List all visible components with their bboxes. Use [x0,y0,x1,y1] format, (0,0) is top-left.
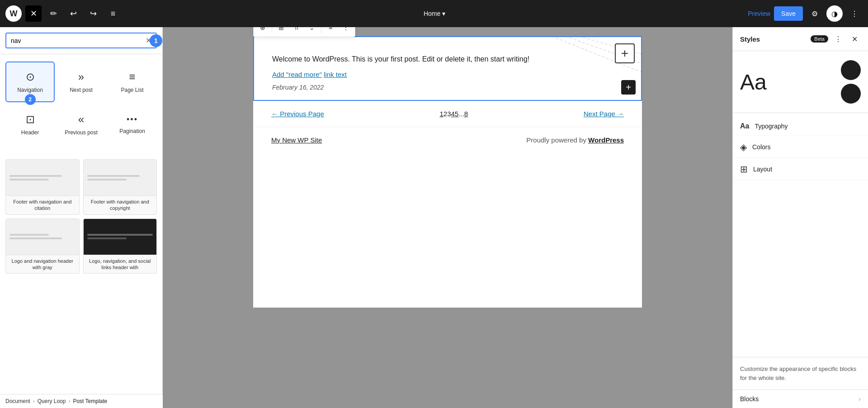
colors-option[interactable]: ◈ Colors [733,136,868,158]
page-num-5[interactable]: 5 [455,110,458,118]
canvas-scroll[interactable]: ⊕ ⊞ ⠿ ⌄ ≡ ⋮ [163,27,732,408]
badge-2: 2 [25,94,36,105]
style-text-aa: Aa [740,70,767,95]
beta-badge: Beta [811,35,828,43]
post-content: Welcome to WordPress. This is your first… [253,36,642,101]
typography-label: Typography [755,123,861,130]
post-read-more: Add "read more" link text [272,71,623,78]
page-num-3[interactable]: 3 [447,110,451,118]
typography-icon: Aa [740,122,749,130]
pattern-label-2: Footer with navigation and copyright [84,196,157,214]
layout-label: Layout [753,166,861,173]
pattern-label-3: Logo and navigation header with gray [6,255,79,274]
pattern-logo-nav-gray[interactable]: Logo and navigation header with gray [5,218,80,274]
pagination-label: Pagination [119,128,145,134]
powered-text: Proudly powered by WordPress [526,136,624,144]
pattern-preview-2 [84,160,157,196]
edit-button[interactable]: ✏ [45,5,61,22]
next-post-label: Next post [70,87,93,93]
more-options-button[interactable]: ⋮ [846,5,863,22]
right-panel-close-button[interactable]: ✕ [848,33,861,45]
layout-option[interactable]: ⊞ Layout [733,158,868,180]
block-item-header[interactable]: ⊡ Header [5,104,55,145]
block-item-previous-post[interactable]: « Previous post [57,104,106,145]
site-link[interactable]: My New WP Site [271,136,322,144]
pagination-bar: ← Previous Page 12345...8 Next Page → [253,101,642,127]
preview-button[interactable]: Preview [748,10,770,17]
search-wrapper: ✕ 1 [5,33,157,48]
block-toolbar: ⊕ ⊞ ⠿ ⌄ ≡ ⋮ [253,27,355,37]
link-text[interactable]: link text [324,71,347,78]
right-panel-header: Styles Beta ⋮ ✕ [733,27,868,51]
previous-post-icon: « [78,113,84,126]
pattern-grid: Footer with navigation and citation Foot… [5,156,157,277]
styles-title: Styles [740,35,807,43]
style-description: Customize the appearance of specific blo… [733,357,868,389]
typography-option[interactable]: Aa Typography [733,117,868,136]
style-circle-1 [841,60,861,80]
block-item-next-post[interactable]: » Next post [57,62,106,102]
page-num-4[interactable]: 4 [451,110,455,118]
pattern-footer-nav-citation[interactable]: Footer with navigation and citation [5,159,80,215]
settings-button[interactable]: ⚙ [807,5,823,22]
menu-button[interactable]: ≡ [105,5,121,22]
next-post-icon: » [78,71,84,83]
breadcrumb-sep-1: › [33,398,35,404]
pattern-preview-3 [6,219,79,255]
home-label: Home [424,10,440,17]
pagination-icon: ••• [127,115,138,124]
toolbar-more-btn[interactable]: ⋮ [339,27,353,35]
right-panel: Styles Beta ⋮ ✕ Aa Aa Typography ◈ Color… [732,27,868,408]
toolbar-link-btn[interactable]: ⊕ [255,27,270,35]
toolbar-divider-1 [272,27,272,33]
previous-page-button[interactable]: ← Previous Page [271,110,324,118]
toolbar-align-btn[interactable]: ≡ [323,27,338,35]
page-num-8[interactable]: 8 [464,110,468,118]
left-panel: ✕ 1 ⊙ Navigation 2 » Next post ≡ Page Li… [0,27,163,408]
block-grid: ⊙ Navigation 2 » Next post ≡ Page List ⊡… [0,54,162,152]
top-bar: W ✕ ✏ ↩ ↪ ≡ Home ▾ Preview Save ⚙ ◑ ⋮ [0,0,868,27]
home-button[interactable]: Home ▾ [424,10,445,17]
pattern-footer-nav-copyright[interactable]: Footer with navigation and copyright [83,159,157,215]
wordpress-link[interactable]: WordPress [588,136,624,144]
breadcrumb-document[interactable]: Document [5,398,30,404]
topbar-right: Preview Save ⚙ ◑ ⋮ [748,5,863,22]
page-num-2[interactable]: 2 [443,110,447,118]
next-page-button[interactable]: Next Page → [584,110,624,118]
breadcrumb-post-template[interactable]: Post Template [73,398,107,404]
block-item-page-list[interactable]: ≡ Page List [108,62,157,102]
theme-toggle-button[interactable]: ◑ [826,5,843,22]
right-panel-more-button[interactable]: ⋮ [832,33,844,45]
canvas-frame: ⊕ ⊞ ⠿ ⌄ ≡ ⋮ [253,36,642,308]
pattern-label-4: Logo, navigation, and social links heade… [84,255,157,274]
page-list-label: Page List [121,87,143,93]
undo-button[interactable]: ↩ [65,5,81,22]
search-input[interactable] [11,37,143,44]
add-block-bottom-button[interactable]: + [621,80,636,95]
breadcrumb-query-loop[interactable]: Query Loop [38,398,66,404]
breadcrumb: Document › Query Loop › Post Template [0,394,163,408]
redo-button[interactable]: ↪ [85,5,101,22]
style-circle-2 [841,84,861,104]
toolbar-collapse-btn[interactable]: ⌄ [305,27,319,35]
block-item-pagination[interactable]: ••• Pagination [108,104,157,145]
canvas-area: ⊕ ⊞ ⠿ ⌄ ≡ ⋮ [163,27,732,408]
save-button[interactable]: Save [774,6,803,21]
canvas-footer: My New WP Site Proudly powered by WordPr… [253,127,642,153]
toolbar-layout-btn[interactable]: ⊞ [274,27,288,35]
toolbar-drag-btn[interactable]: ⠿ [289,27,304,35]
pattern-logo-nav-social[interactable]: Logo, navigation, and social links heade… [83,218,157,274]
wp-logo[interactable]: W [5,5,22,22]
search-bar: ✕ 1 [0,27,162,54]
close-button[interactable]: ✕ [25,5,42,22]
style-options: Aa Typography ◈ Colors ⊞ Layout [733,113,868,357]
style-preview: Aa [733,51,868,113]
block-item-navigation[interactable]: ⊙ Navigation 2 [5,62,55,102]
navigation-label: Navigation [17,87,43,93]
page-num-1[interactable]: 1 [439,110,443,118]
blocks-label: Blocks [740,395,759,403]
pattern-preview-1 [6,160,79,196]
main-layout: ✕ 1 ⊙ Navigation 2 » Next post ≡ Page Li… [0,27,868,408]
blocks-row[interactable]: Blocks › [733,389,868,408]
navigation-icon: ⊙ [26,71,35,83]
